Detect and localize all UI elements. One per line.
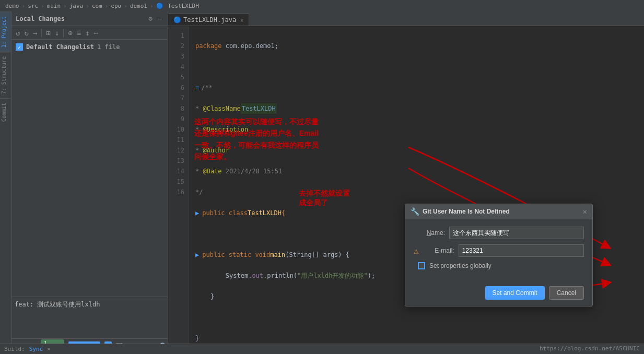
name-label-text: N <box>427 229 431 237</box>
name-field-row: Name: <box>414 227 584 239</box>
dialog-body: Name: ⚠ E-mail: Set properties globally <box>405 219 592 282</box>
dialog-footer: Set and Commit Cancel <box>405 282 592 306</box>
name-label: Name: <box>414 229 445 237</box>
email-field-row: ⚠ E-mail: <box>414 244 584 257</box>
email-label: E-mail: <box>423 247 454 254</box>
global-checkbox[interactable] <box>418 262 425 269</box>
email-input[interactable] <box>459 244 584 257</box>
dialog-titlebar: 🔧 Git User Name Is Not Defined ✕ <box>405 204 592 219</box>
cancel-button[interactable]: Cancel <box>549 286 584 300</box>
dialog-title-left: 🔧 Git User Name Is Not Defined <box>411 207 510 216</box>
dialog-title-text: Git User Name Is Not Defined <box>423 208 510 215</box>
name-input[interactable] <box>449 227 584 239</box>
checkbox-label: Set properties globally <box>429 262 491 269</box>
checkbox-row: Set properties globally <box>414 262 584 269</box>
dialog-overlay: 🔧 Git User Name Is Not Defined ✕ Name: ⚠… <box>0 0 644 354</box>
set-and-commit-button[interactable]: Set and Commit <box>485 286 545 300</box>
warning-icon: ⚠ <box>414 246 419 256</box>
dialog-close-button[interactable]: ✕ <box>583 208 587 215</box>
git-icon: 🔧 <box>411 207 419 216</box>
dialog-box: 🔧 Git User Name Is Not Defined ✕ Name: ⚠… <box>405 204 593 306</box>
